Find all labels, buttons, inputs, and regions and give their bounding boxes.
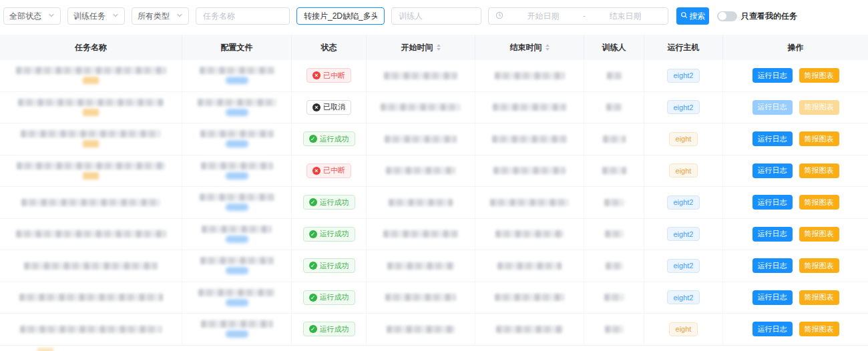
- task-name-input[interactable]: [196, 7, 290, 25]
- run-log-button[interactable]: 运行日志: [752, 258, 793, 273]
- start-time-redacted: [389, 199, 453, 206]
- config-file-link-redacted[interactable]: [226, 267, 248, 274]
- end-time-redacted: [497, 262, 562, 270]
- table-row: ✓ 运行成功 eight 运行日志 简报图表: [0, 123, 868, 155]
- report-chart-button[interactable]: 简报图表: [799, 322, 839, 336]
- sort-desc-icon[interactable]: [437, 48, 441, 51]
- category-select-value: 所有类型: [138, 11, 170, 22]
- report-chart-button[interactable]: 简报图表: [799, 100, 839, 115]
- config-file-redacted: [198, 99, 276, 106]
- end-time-redacted: [493, 103, 566, 111]
- status-icon: ✓: [309, 135, 317, 143]
- report-chart-button[interactable]: 简报图表: [799, 290, 839, 305]
- config-file-link-redacted[interactable]: [226, 172, 248, 180]
- column-header-task-name: 任务名称: [0, 35, 182, 60]
- report-chart-button[interactable]: 简报图表: [799, 195, 839, 210]
- task-name-redacted: [17, 162, 165, 169]
- run-log-button[interactable]: 运行日志: [752, 100, 793, 115]
- table-row: ✓ 运行成功 eight 运行日志 简报图表: [0, 314, 868, 346]
- report-chart-button[interactable]: 简报图表: [799, 131, 839, 146]
- task-tag-redacted: [37, 348, 53, 351]
- config-file-redacted: [201, 320, 273, 328]
- status-label: 运行成功: [320, 198, 349, 208]
- config-file-link-redacted[interactable]: [226, 330, 248, 338]
- table-row: × 已中断 eight2 运行日志 简报图表: [0, 60, 868, 92]
- table-row: × 已中断 eight 运行日志 简报图表: [0, 155, 868, 188]
- report-chart-button[interactable]: 简报图表: [799, 258, 839, 273]
- date-range-picker[interactable]: 开始日期 - 结束日期: [488, 7, 668, 25]
- run-log-button[interactable]: 运行日志: [752, 195, 793, 210]
- run-log-button[interactable]: 运行日志: [752, 131, 793, 146]
- config-file-link-redacted[interactable]: [226, 236, 248, 243]
- run-log-button[interactable]: 运行日志: [752, 163, 793, 178]
- status-label: 运行成功: [320, 134, 349, 144]
- training-task-page: 全部状态 训练任务 所有类型 开始日期 - 结束日期 搜索 只查看我的任务 任: [0, 0, 868, 351]
- trainer-redacted: [606, 262, 623, 270]
- status-icon: ×: [312, 167, 320, 175]
- status-icon: ×: [312, 71, 320, 79]
- status-badge: ✓ 运行成功: [303, 131, 355, 146]
- table-row: × 已取消 eight2 运行日志 简报图表: [0, 92, 868, 124]
- column-label: 训练人: [602, 42, 626, 53]
- task-name-redacted: [19, 294, 163, 301]
- config-file-link-redacted[interactable]: [226, 299, 248, 306]
- run-log-button[interactable]: 运行日志: [752, 322, 793, 336]
- host-badge: eight: [669, 322, 698, 336]
- start-date-placeholder[interactable]: 开始日期: [507, 11, 579, 22]
- config-file-redacted: [200, 130, 274, 137]
- end-time-redacted: [492, 135, 567, 143]
- run-log-button[interactable]: 运行日志: [752, 227, 793, 242]
- model-search-input[interactable]: [296, 7, 385, 25]
- config-file-link-redacted[interactable]: [226, 77, 248, 84]
- sort-desc-icon[interactable]: [546, 48, 550, 51]
- config-file-redacted: [200, 67, 274, 74]
- task-type-select[interactable]: 训练任务: [67, 7, 125, 25]
- column-header-end-time[interactable]: 结束时间: [475, 35, 584, 60]
- column-label: 开始时间: [401, 42, 433, 53]
- host-badge: eight2: [667, 290, 700, 304]
- run-log-button[interactable]: 运行日志: [752, 68, 793, 83]
- my-tasks-toggle[interactable]: [717, 11, 737, 21]
- end-date-placeholder[interactable]: 结束日期: [590, 11, 661, 22]
- clock-icon: [495, 11, 503, 21]
- status-badge: × 已中断: [306, 163, 351, 178]
- status-label: 已中断: [323, 71, 345, 81]
- column-header-status: 状态: [292, 35, 367, 60]
- task-name-redacted: [16, 67, 166, 74]
- status-label: 已中断: [323, 165, 345, 176]
- config-file-link-redacted[interactable]: [226, 204, 248, 211]
- trainer-input[interactable]: [391, 7, 481, 25]
- table-row: ✓ 运行成功 eight2 运行日志 简报图表: [0, 282, 868, 314]
- run-log-button[interactable]: 运行日志: [752, 290, 793, 305]
- start-time-redacted: [383, 230, 458, 238]
- config-file-redacted: [202, 226, 272, 233]
- host-badge: eight2: [667, 196, 700, 210]
- report-chart-button[interactable]: 简报图表: [799, 68, 839, 83]
- start-time-redacted: [386, 167, 455, 174]
- status-select[interactable]: 全部状态: [3, 7, 61, 25]
- column-label: 状态: [321, 42, 337, 53]
- task-name-redacted: [21, 130, 161, 137]
- report-chart-button[interactable]: 简报图表: [799, 227, 839, 242]
- search-button[interactable]: 搜索: [676, 7, 709, 25]
- column-header-start-time[interactable]: 开始时间: [367, 35, 475, 60]
- sort-asc-icon[interactable]: [546, 44, 550, 47]
- task-tag-redacted: [83, 172, 99, 180]
- config-file-link-redacted[interactable]: [226, 109, 248, 116]
- config-file-redacted: [201, 162, 273, 169]
- config-file-link-redacted[interactable]: [226, 140, 248, 147]
- start-time-redacted: [385, 135, 457, 143]
- host-badge: eight: [669, 132, 698, 146]
- status-badge: ✓ 运行成功: [303, 290, 355, 305]
- report-chart-button[interactable]: 简报图表: [799, 163, 839, 178]
- sort-icons[interactable]: [546, 44, 550, 51]
- table-body: × 已中断 eight2 运行日志 简报图表 ×: [0, 60, 868, 346]
- category-select[interactable]: 所有类型: [132, 7, 189, 25]
- status-icon: ×: [312, 103, 320, 111]
- status-badge: × 已中断: [306, 68, 351, 83]
- end-time-redacted: [495, 230, 564, 238]
- task-name-redacted: [16, 230, 166, 238]
- sort-asc-icon[interactable]: [437, 44, 441, 47]
- status-badge: ✓ 运行成功: [303, 322, 355, 336]
- sort-icons[interactable]: [437, 44, 441, 51]
